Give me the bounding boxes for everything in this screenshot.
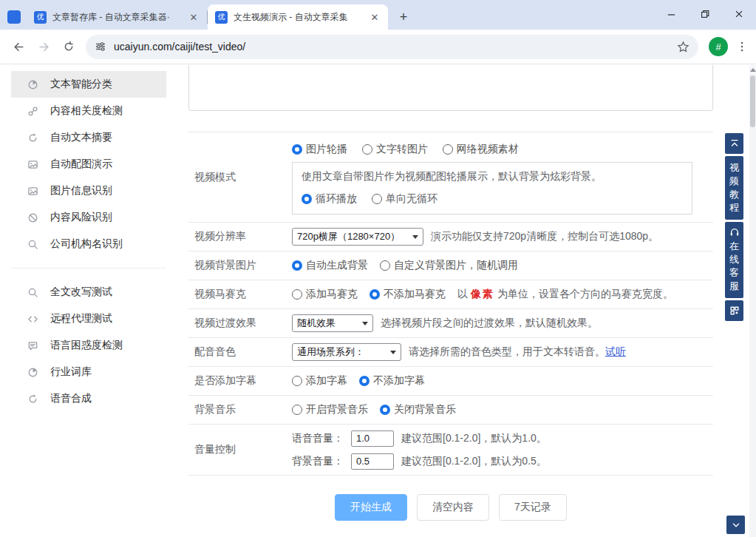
sidebar-item-industry-lexicon[interactable]: 行业词库	[11, 359, 166, 385]
select-value: 随机效果	[297, 317, 336, 330]
mode-description-box: 使用文章自带图片作为视频配图轮播展示，默认背景为炫彩背景。 循环播放 单向无循环	[292, 162, 692, 215]
pinned-favicon[interactable]	[7, 10, 21, 24]
radio-dot-icon	[362, 144, 372, 155]
transition-select[interactable]: 随机效果	[292, 314, 373, 332]
sidebar-item-auto-summary[interactable]: 自动文本摘要	[11, 124, 166, 151]
radio-label: 自定义背景图片，随机调用	[394, 259, 518, 272]
radio-dot-icon	[372, 194, 382, 204]
row-music: 背景音乐 开启背景音乐 关闭背景音乐	[188, 396, 713, 425]
back-to-top-button[interactable]	[725, 133, 743, 154]
tab-title: 文章暂存库 - 自动文章采集器·	[52, 11, 183, 24]
sidebar-item-proxy-test[interactable]: 远程代理测试	[11, 305, 166, 332]
radio-no-subtitle[interactable]: 不添加字幕	[359, 374, 425, 388]
voice-volume-label: 语音音量：	[292, 432, 344, 445]
qr-code-button[interactable]	[725, 300, 743, 321]
minimize-button[interactable]	[654, 0, 688, 28]
radio-text-to-image[interactable]: 文字转图片	[362, 143, 428, 156]
radio-web-video-material[interactable]: 网络视频素材	[443, 143, 519, 156]
close-button[interactable]	[722, 0, 756, 28]
radio-no-loop[interactable]: 单向无循环	[372, 192, 437, 206]
profile-avatar[interactable]: #	[709, 37, 728, 56]
radio-dot-icon	[302, 194, 312, 204]
back-icon[interactable]	[6, 34, 31, 59]
radio-label: 不添加字幕	[373, 374, 425, 388]
sidebar-item-org-name-recognition[interactable]: 公司机构名识别	[11, 231, 166, 257]
field-label: 音量控制	[188, 425, 292, 475]
bgm-volume-input[interactable]	[351, 453, 394, 470]
row-mosaic: 视频马赛克 添加马赛克 不添加马赛克 以 像素 为单位，设置各个方向的马赛克宽度…	[188, 280, 713, 309]
row-voice: 配音音色 通用场景系列： 请选择所需的音色类型，用于文本转语音。 试听	[188, 338, 713, 367]
voice-hint: 请选择所需的音色类型，用于文本转语音。	[409, 345, 605, 359]
window-controls	[654, 0, 756, 30]
address-bar[interactable]: ucaiyun.com/caiji/test_video/	[86, 35, 698, 59]
settings-table: 视频模式 图片轮播 文字转图片 网络视频素材 使用文章自带图片作为视频配图轮播展…	[188, 132, 713, 476]
radio-auto-background[interactable]: 自动生成背景	[292, 259, 368, 272]
forward-icon[interactable]	[31, 34, 56, 59]
url-text[interactable]: ucaiyun.com/caiji/test_video/	[114, 41, 245, 53]
radio-loop-play[interactable]: 循环播放	[302, 192, 357, 206]
sidebar-item-risk-detection[interactable]: 内容风险识别	[11, 204, 166, 231]
article-input[interactable]	[188, 65, 713, 111]
radio-dot-icon	[380, 405, 390, 415]
radio-dot-icon	[292, 289, 302, 300]
select-value: 720p横屏（1280×720）	[297, 230, 400, 243]
audition-link[interactable]: 试听	[605, 345, 626, 359]
voice-volume-input[interactable]	[351, 430, 394, 447]
mosaic-hint-prefix: 以	[457, 288, 468, 301]
mosaic-unit-text: 像素	[471, 288, 494, 301]
back-to-top-icon	[729, 138, 740, 149]
resolution-select[interactable]: 720p横屏（1280×720）	[292, 228, 423, 246]
chevron-down-icon	[731, 520, 741, 530]
generate-button[interactable]: 开始生成	[335, 494, 407, 521]
sidebar-item-auto-image-demo[interactable]: 自动配图演示	[11, 151, 166, 178]
radio-image-carousel[interactable]: 图片轮播	[292, 143, 347, 156]
tab-close-icon[interactable]: ✕	[369, 11, 381, 23]
tab-article-library[interactable]: 优 文章暂存库 - 自动文章采集器· ✕	[27, 4, 207, 30]
sidebar-item-rewrite-test[interactable]: 全文改写测试	[11, 279, 166, 305]
radio-add-mosaic[interactable]: 添加马赛克	[292, 288, 358, 301]
row-subtitle: 是否添加字幕 添加字幕 不添加字幕	[188, 367, 713, 396]
transition-hint: 选择视频片段之间的过渡效果，默认随机效果。	[381, 317, 598, 330]
sidebar-item-relevance-check[interactable]: 内容相关度检测	[11, 98, 166, 124]
field-label: 是否添加字幕	[188, 367, 292, 395]
restore-button[interactable]	[688, 0, 722, 28]
browser-toolbar: ucaiyun.com/caiji/test_video/ #	[0, 30, 756, 64]
clear-button[interactable]: 清空内容	[417, 494, 489, 521]
scroll-down-button[interactable]	[726, 516, 745, 534]
qr-code-icon	[729, 305, 740, 316]
chevron-down-icon	[362, 322, 368, 325]
sidebar-item-speech-synthesis[interactable]: 语音合成	[11, 385, 166, 412]
tab-video-demo[interactable]: 优 文生视频演示 - 自动文章采集 ✕	[208, 4, 388, 30]
radio-label: 图片轮播	[306, 143, 347, 156]
records-button[interactable]: 7天记录	[499, 494, 567, 521]
online-service-button[interactable]: 在线客服	[725, 222, 743, 298]
site-info-icon[interactable]	[95, 41, 106, 53]
sidebar-item-perplexity-check[interactable]: 语言困惑度检测	[11, 332, 166, 359]
action-buttons: 开始生成 清空内容 7天记录	[188, 494, 713, 521]
sidebar-item-label: 公司机构名识别	[50, 237, 123, 251]
scrollbar-thumb[interactable]	[750, 75, 755, 127]
tab-close-icon[interactable]: ✕	[188, 11, 200, 23]
sidebar-item-label: 文本智能分类	[50, 78, 112, 91]
scrollbar-up-arrow-icon[interactable]	[750, 68, 756, 72]
new-tab-button[interactable]: +	[394, 7, 413, 27]
page-scrollbar[interactable]	[749, 65, 756, 537]
sidebar-item-text-classification[interactable]: 文本智能分类	[11, 71, 166, 98]
tab-strip: 优 文章暂存库 - 自动文章采集器· ✕ 优 文生视频演示 - 自动文章采集 ✕…	[0, 0, 756, 30]
radio-dot-icon	[370, 289, 380, 300]
voice-select[interactable]: 通用场景系列：	[292, 343, 401, 361]
radio-add-subtitle[interactable]: 添加字幕	[292, 374, 347, 388]
radio-music-off[interactable]: 关闭背景音乐	[380, 403, 456, 416]
sidebar-item-image-recognition[interactable]: 图片信息识别	[11, 178, 166, 204]
radio-no-mosaic[interactable]: 不添加马赛克	[370, 288, 446, 301]
reload-icon[interactable]	[56, 34, 81, 59]
browser-menu-icon[interactable]	[734, 41, 750, 53]
radio-music-on[interactable]: 开启背景音乐	[292, 403, 368, 416]
field-label: 视频过渡效果	[188, 309, 292, 337]
row-video-mode: 视频模式 图片轮播 文字转图片 网络视频素材 使用文章自带图片作为视频配图轮播展…	[188, 132, 713, 223]
bookmark-star-icon[interactable]	[677, 41, 689, 53]
tab-favicon: 优	[34, 11, 47, 24]
radio-custom-background[interactable]: 自定义背景图片，随机调用	[380, 259, 518, 272]
video-tutorial-button[interactable]: 视频教程	[725, 156, 743, 220]
link-icon	[27, 106, 38, 117]
